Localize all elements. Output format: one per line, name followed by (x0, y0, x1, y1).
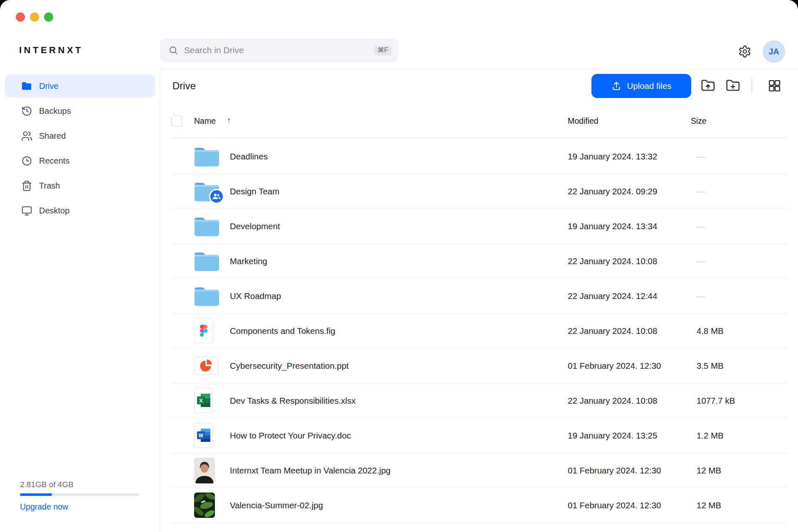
file-size: — (697, 256, 788, 266)
table-row[interactable]: Cybersecurity_Presentation.ppt 01 Februa… (171, 348, 788, 383)
folder-icon (194, 251, 219, 271)
folder-icon (194, 181, 219, 201)
table-row[interactable]: X Dev Tasks & Responsibilities.xlsx 22 J… (171, 383, 788, 418)
select-all-checkbox[interactable] (171, 115, 182, 127)
row-icon-cell (171, 318, 230, 343)
storage-progress-fill (20, 493, 52, 496)
file-size: — (697, 291, 788, 301)
table-row[interactable]: Marketing 22 January 2024. 10:08 — (171, 244, 788, 279)
table-row[interactable]: Development 19 January 2024. 13:34 — (171, 209, 788, 244)
folder-icon (21, 80, 32, 92)
folder-icon (194, 147, 219, 167)
file-size: — (697, 221, 788, 231)
sidebar-item-label: Backups (39, 106, 71, 116)
user-avatar[interactable]: JA (763, 40, 785, 63)
file-size: 1.2 MB (697, 431, 788, 441)
sort-ascending-icon[interactable]: ↑ (227, 116, 231, 125)
column-header-modified[interactable]: Modified (568, 116, 598, 126)
folder-plus-icon (726, 78, 740, 93)
table-row[interactable]: W How to Protect Your Privacy.doc 19 Jan… (171, 418, 788, 453)
search-shortcut-badge: ⌘F (374, 46, 392, 55)
window-controls (16, 12, 53, 22)
grid-view-button[interactable] (767, 78, 782, 93)
file-modified: 01 February 2024. 12:30 (568, 361, 697, 371)
sidebar-item-drive[interactable]: Drive (5, 74, 155, 98)
svg-text:X: X (199, 397, 203, 404)
row-icon-cell (171, 251, 230, 271)
sidebar-item-desktop[interactable]: Desktop (5, 199, 155, 222)
sidebar-item-trash[interactable]: Trash (5, 174, 155, 197)
file-name: Valencia-Summer-02.jpg (230, 500, 568, 510)
file-name: Marketing (230, 256, 568, 266)
search-bar[interactable]: ⌘F (160, 39, 398, 62)
header-divider (160, 69, 798, 69)
file-size: 4.8 MB (697, 326, 788, 336)
sidebar-item-backups[interactable]: Backups (5, 99, 155, 123)
table-header-divider (171, 137, 788, 138)
column-header-size[interactable]: Size (691, 116, 707, 126)
storage-progress-bar (20, 493, 139, 496)
sidebar: Drive Backups Shared Recents Trash Deskt… (5, 74, 155, 224)
toolbar-divider (751, 78, 752, 93)
sidebar-item-label: Drive (39, 81, 59, 91)
table-row[interactable]: Valencia-Summer-02.jpg 01 February 2024.… (171, 488, 788, 523)
file-name: UX Roadmap (230, 291, 568, 301)
figma-file-icon (194, 318, 213, 343)
row-icon-cell (171, 216, 230, 236)
file-modified: 19 January 2024. 13:25 (568, 431, 697, 441)
trash-icon (21, 180, 32, 191)
table-row[interactable]: Components and Tokens.fig 22 January 202… (171, 314, 788, 348)
powerpoint-file-icon (194, 357, 219, 375)
sidebar-item-label: Shared (39, 131, 66, 141)
close-button[interactable] (16, 12, 25, 22)
settings-button[interactable] (738, 45, 751, 58)
grid-view-icon (767, 78, 782, 93)
file-modified: 19 January 2024. 13:32 (568, 152, 697, 162)
photo-person-thumbnail (194, 458, 215, 483)
minimize-button[interactable] (30, 12, 39, 22)
sidebar-item-label: Trash (39, 181, 60, 191)
zoom-button[interactable] (44, 12, 53, 22)
row-icon-cell (171, 147, 230, 167)
upload-files-button[interactable]: Upload files (591, 74, 691, 98)
file-name: Deadlines (230, 152, 568, 162)
upgrade-now-link[interactable]: Upgrade now (20, 502, 68, 512)
file-modified: 01 February 2024. 12:30 (568, 466, 697, 476)
folder-icon (194, 286, 219, 306)
row-icon-cell (171, 181, 230, 201)
sidebar-item-label: Recents (39, 156, 69, 166)
upload-icon (611, 81, 622, 91)
file-modified: 22 January 2024. 10:08 (568, 256, 697, 266)
file-list: Deadlines 19 January 2024. 13:32 — Desig… (171, 139, 788, 523)
clock-icon (21, 155, 32, 167)
row-icon-cell (171, 357, 230, 375)
search-input[interactable] (183, 45, 374, 56)
table-row[interactable]: UX Roadmap 22 January 2024. 12:44 — (171, 279, 788, 314)
column-header-name[interactable]: Name (194, 116, 216, 126)
table-row[interactable]: Internxt Team Meetup in Valencia 2022.jp… (171, 453, 788, 488)
file-size: 12 MB (697, 466, 788, 476)
table-row[interactable]: Design Team 22 January 2024. 09:29 — (171, 174, 788, 209)
file-size: 12 MB (697, 500, 788, 510)
create-folder-button[interactable] (726, 78, 740, 93)
search-icon (168, 45, 178, 55)
history-icon (21, 105, 32, 117)
upload-folder-button[interactable] (701, 78, 715, 93)
folder-upload-icon (701, 78, 715, 93)
sidebar-item-shared[interactable]: Shared (5, 124, 155, 147)
shared-badge-icon (209, 189, 224, 204)
page-title: Drive (172, 80, 196, 92)
sidebar-item-recents[interactable]: Recents (5, 149, 155, 172)
file-size: — (697, 186, 788, 196)
upload-files-label: Upload files (627, 81, 671, 91)
row-icon-cell (171, 458, 230, 483)
app-window: INTERNXT ⌘F JA Drive Backups Shared Rece… (0, 0, 798, 532)
table-row[interactable]: Deadlines 19 January 2024. 13:32 — (171, 139, 788, 174)
users-icon (21, 130, 32, 142)
file-name: Internxt Team Meetup in Valencia 2022.jp… (230, 466, 568, 476)
file-modified: 22 January 2024. 09:29 (568, 186, 697, 196)
file-size: 1077.7 kB (697, 396, 788, 406)
photo-leaves-thumbnail (194, 493, 215, 518)
folder-icon (194, 216, 219, 236)
svg-text:W: W (199, 433, 204, 439)
